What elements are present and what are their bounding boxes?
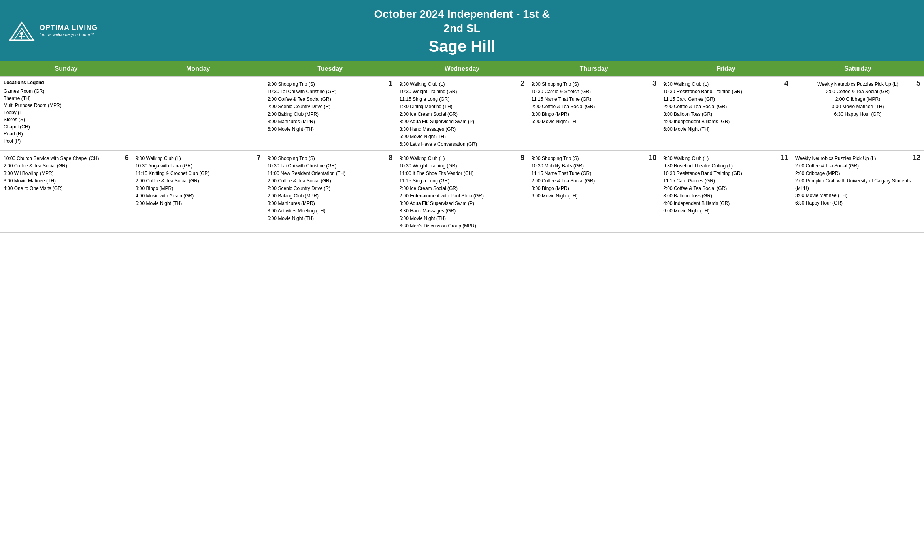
week1-thursday-events: 9:00 Shopping Trip (S)10:30 Cardio & Str…: [531, 81, 656, 125]
calendar-event: 3:00 Bingo (MPR): [136, 185, 261, 192]
calendar-event: 6:00 Movie Night (TH): [400, 215, 525, 222]
header-sunday: Sunday: [0, 61, 132, 76]
calendar-event: 6:00 Movie Night (TH): [268, 126, 393, 133]
calendar-event: 6:00 Movie Night (TH): [531, 192, 656, 199]
week1-wednesday-events: 9:30 Walking Club (L)10:30 Weight Traini…: [400, 81, 525, 148]
calendar-event: 2:00 Pumpkin Craft with University of Ca…: [795, 177, 920, 192]
week2-tuesday-events: 9:00 Shopping Trip (S)10:30 Tai Chi with…: [268, 155, 393, 222]
calendar-event: 9:30 Walking Club (L): [400, 155, 525, 162]
calendar-event: 11:15 Sing a Long (GR): [400, 96, 525, 103]
calendar-event: 9:00 Shopping Trip (S): [531, 155, 656, 162]
legend-item: Games Room (GR): [4, 88, 129, 95]
header-monday: Monday: [132, 61, 264, 76]
week2-thursday-events: 9:00 Shopping Trip (S)10:30 Mobility Bal…: [531, 155, 656, 199]
cell-week2-saturday: 12 Weekly Neurobics Puzzles Pick Up (L)2…: [792, 150, 924, 232]
calendar-event: 10:30 Yoga with Lana (GR): [136, 162, 261, 169]
calendar-event: 3:00 Wii Bowling (MPR): [4, 170, 129, 177]
title-line1: October 2024 Independent - 1st & 2nd SL: [374, 7, 550, 36]
date-number-7: 7: [257, 152, 261, 163]
week2-friday-events: 9:30 Walking Club (L)9:30 Rosebud Theatr…: [663, 155, 788, 214]
calendar-event: 11:15 Card Games (GR): [663, 177, 788, 184]
week1-row: Locations Legend Games Room (GR)Theatre …: [0, 76, 924, 150]
calendar-table: Sunday Monday Tuesday Wednesday Thursday…: [0, 61, 924, 233]
legend-item: Chapel (CH): [4, 123, 129, 130]
calendar-event: 2:00 Cribbage (MPR): [795, 170, 920, 177]
calendar-event: 3:30 Hand Massages (GR): [400, 126, 525, 133]
cell-week2-wednesday: 9 9:30 Walking Club (L)10:30 Weight Trai…: [396, 150, 528, 232]
calendar-event: 6:00 Movie Night (TH): [663, 126, 788, 133]
calendar-event: 6:00 Movie Night (TH): [531, 118, 656, 125]
calendar-event: 6:00 Movie Night (TH): [268, 215, 393, 222]
calendar-event: 10:30 Weight Training (GR): [400, 162, 525, 169]
calendar-event: 10:30 Mobility Balls (GR): [531, 162, 656, 169]
calendar-event: 2:00 Scenic Country Drive (R): [268, 103, 393, 110]
week1-friday-events: 9:30 Walking Club (L)10:30 Resistance Ba…: [663, 81, 788, 133]
calendar-event: 2:00 Entertainment with Paul Stoia (GR): [400, 192, 525, 199]
page-header: OPTIMA LIVING Let us welcome you home™ O…: [0, 0, 924, 61]
week2-sunday-events: 10:00 Church Service with Sage Chapel (C…: [4, 155, 129, 192]
date-number-11: 11: [781, 152, 788, 163]
calendar-event: 3:30 Hand Massages (GR): [400, 207, 525, 214]
header-tuesday: Tuesday: [264, 61, 396, 76]
brand-name: OPTIMA LIVING: [40, 24, 98, 32]
calendar-event: 6:00 Movie Night (TH): [136, 200, 261, 207]
legend-item: Road (R): [4, 130, 129, 137]
calendar-event: 2:00 Coffee & Tea Social (GR): [795, 88, 920, 95]
calendar-event: 3:00 Movie Matinee (TH): [4, 177, 129, 184]
calendar-event: 4:00 One to One Visits (GR): [4, 185, 129, 192]
subtitle: Sage Hill: [374, 38, 550, 55]
calendar-event: 11:15 Sing a Long (GR): [400, 177, 525, 184]
header-thursday: Thursday: [528, 61, 660, 76]
calendar-event: 9:00 Shopping Trip (S): [268, 81, 393, 88]
calendar-event: 3:00 Bingo (MPR): [531, 111, 656, 118]
calendar-event: 3:00 Bingo (MPR): [531, 185, 656, 192]
calendar-event: 3:00 Movie Matinee (TH): [795, 103, 920, 110]
calendar-event: 2:00 Cribbage (MPR): [795, 96, 920, 103]
calendar-event: 3:00 Manicures (MPR): [268, 200, 393, 207]
calendar-event: 4:00 Independent Billiards (GR): [663, 200, 788, 207]
calendar-event: 9:00 Shopping Trip (S): [531, 81, 656, 88]
date-number-2: 2: [520, 78, 524, 89]
cell-week1-tuesday: 1 9:00 Shopping Trip (S)10:30 Tai Chi wi…: [264, 76, 396, 150]
cell-week2-friday: 11 9:30 Walking Club (L)9:30 Rosebud The…: [660, 150, 792, 232]
calendar-event: 2:00 Ice Cream Social (GR): [400, 111, 525, 118]
calendar-event: 2:00 Coffee & Tea Social (GR): [531, 103, 656, 110]
date-number-5: 5: [916, 78, 920, 89]
calendar-event: 6:30 Let's Have a Conversation (GR): [400, 141, 525, 148]
calendar-event: 2:00 Baking Club (MPR): [268, 192, 393, 199]
week2-monday-events: 9:30 Walking Club (L)10:30 Yoga with Lan…: [136, 155, 261, 207]
calendar-event: 2:00 Coffee & Tea Social (GR): [136, 177, 261, 184]
calendar-event: 6:30 Happy Hour (GR): [795, 111, 920, 118]
legend-item: Theatre (TH): [4, 95, 129, 102]
legend-item: Multi Purpose Room (MPR): [4, 102, 129, 109]
calendar-event: 3:00 Aqua Fit/ Supervised Swim (P): [400, 118, 525, 125]
calendar-event: 1:30 Dining Meeting (TH): [400, 103, 525, 110]
date-number-9: 9: [520, 152, 524, 163]
calendar-event: 9:00 Shopping Trip (S): [268, 155, 393, 162]
date-number-3: 3: [652, 78, 656, 89]
cell-week1-monday: [132, 76, 264, 150]
header-title: October 2024 Independent - 1st & 2nd SL …: [374, 7, 550, 55]
date-number-10: 10: [649, 152, 656, 163]
week1-saturday-events: Weekly Neurobics Puzzles Pick Up (L)2:00…: [795, 81, 920, 118]
calendar-event: 2:00 Coffee & Tea Social (GR): [4, 162, 129, 169]
calendar-event: 10:00 Church Service with Sage Chapel (C…: [4, 155, 129, 162]
calendar-event: 9:30 Walking Club (L): [136, 155, 261, 162]
legend-items: Games Room (GR)Theatre (TH)Multi Purpose…: [4, 88, 129, 145]
date-number-12: 12: [913, 152, 920, 163]
calendar-event: 2:00 Ice Cream Social (GR): [400, 185, 525, 192]
brand-tagline: Let us welcome you home™: [40, 32, 98, 37]
calendar-event: 11:15 Knitting & Crochet Club (GR): [136, 170, 261, 177]
header-friday: Friday: [660, 61, 792, 76]
cell-week2-monday: 7 9:30 Walking Club (L)10:30 Yoga with L…: [132, 150, 264, 232]
calendar-event: 10:30 Resistance Band Training (GR): [663, 170, 788, 177]
calendar-event: 2:00 Coffee & Tea Social (GR): [795, 162, 920, 169]
cell-week2-tuesday: 8 9:00 Shopping Trip (S)10:30 Tai Chi wi…: [264, 150, 396, 232]
calendar-event: 3:00 Balloon Toss (GR): [663, 192, 788, 199]
legend-title: Locations Legend: [4, 79, 129, 86]
calendar-event: 6:00 Movie Night (TH): [400, 133, 525, 140]
week2-row: 6 10:00 Church Service with Sage Chapel …: [0, 150, 924, 232]
calendar-event: 2:00 Baking Club (MPR): [268, 111, 393, 118]
cell-week2-sunday: 6 10:00 Church Service with Sage Chapel …: [0, 150, 132, 232]
week1-tuesday-events: 9:00 Shopping Trip (S)10:30 Tai Chi with…: [268, 81, 393, 133]
